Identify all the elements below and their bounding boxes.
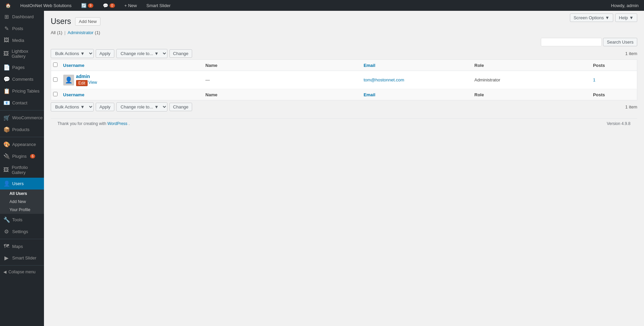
settings-icon: ⚙ bbox=[3, 228, 9, 235]
row-checkbox[interactable] bbox=[53, 77, 58, 82]
screen-options-button[interactable]: Screen Options ▼ bbox=[570, 14, 613, 22]
edit-user-button[interactable]: Edit bbox=[76, 80, 88, 86]
adminbar-new[interactable]: + New bbox=[122, 0, 140, 11]
sidebar-item-label: Maps bbox=[12, 244, 23, 249]
sidebar-item-products[interactable]: 📦 Products bbox=[0, 124, 44, 135]
sidebar-item-tools[interactable]: 🔧 Tools bbox=[0, 214, 44, 226]
sidebar-item-posts[interactable]: ✎ Posts bbox=[0, 23, 44, 34]
sidebar-item-label: Settings bbox=[12, 229, 28, 234]
sidebar-item-maps[interactable]: 🗺 Maps bbox=[0, 241, 44, 252]
username-sort-link[interactable]: Username bbox=[63, 63, 85, 68]
select-all-footer-checkbox[interactable] bbox=[53, 92, 58, 96]
posts-count-link[interactable]: 1 bbox=[593, 77, 595, 82]
change-role-top-select[interactable]: Change role to... ▼ bbox=[116, 49, 167, 58]
lightbox-icon: 🖼 bbox=[3, 51, 9, 57]
table-row: 👤 admin Edit View bbox=[51, 71, 637, 89]
pages-icon: 📄 bbox=[3, 64, 9, 71]
select-all-checkbox[interactable] bbox=[53, 62, 58, 67]
pricing-icon: 📋 bbox=[3, 88, 9, 94]
top-table-controls: Bulk Actions ▼ Apply Change role to... ▼… bbox=[51, 49, 637, 58]
username-sort-footer-link[interactable]: Username bbox=[63, 92, 85, 97]
page-body: Users Add New All (1) | Administrator (1… bbox=[44, 11, 644, 135]
apply-top-button[interactable]: Apply bbox=[96, 49, 114, 58]
sidebar-item-plugins[interactable]: 🔌 Plugins 6 bbox=[0, 150, 44, 162]
collapse-icon: ◀ bbox=[3, 270, 6, 274]
adminbar-howdy[interactable]: Howdy, admin bbox=[608, 0, 641, 11]
collapse-menu-button[interactable]: ◀ Collapse menu bbox=[0, 267, 44, 277]
role-cell: Administrator bbox=[471, 71, 590, 89]
add-new-label: Add New bbox=[9, 199, 26, 204]
email-sort-link[interactable]: Email bbox=[364, 63, 375, 68]
search-input[interactable] bbox=[541, 38, 602, 46]
bulk-actions-top-select[interactable]: Bulk Actions ▼ bbox=[51, 49, 94, 58]
sidebar-item-users[interactable]: 👤 Users bbox=[0, 178, 44, 190]
sidebar-item-settings[interactable]: ⚙ Settings bbox=[0, 226, 44, 237]
email-cell: tom@hostonnet.com bbox=[360, 71, 471, 89]
users-icon: 👤 bbox=[3, 180, 9, 187]
sidebar: ⊞ Dashboard ✎ Posts 🖼 Media 🖼 Lightbox G… bbox=[0, 11, 44, 326]
sidebar-item-label: Media bbox=[12, 38, 24, 43]
col-header-role: Role bbox=[471, 60, 590, 71]
adminbar-site-name[interactable]: HostOnNet Web Solutions bbox=[18, 0, 74, 11]
sidebar-item-label: Users bbox=[12, 181, 24, 186]
posts-icon: ✎ bbox=[3, 25, 9, 32]
col-footer-username[interactable]: Username bbox=[60, 89, 202, 100]
sidebar-item-contact[interactable]: 📧 Contact bbox=[0, 97, 44, 109]
tools-icon: 🔧 bbox=[3, 217, 9, 223]
bottom-table-controls: Bulk Actions ▼ Apply Change role to... ▼… bbox=[51, 102, 637, 111]
sidebar-item-woocommerce[interactable]: 🛒 WooCommerce bbox=[0, 112, 44, 124]
sidebar-item-label: WooCommerce bbox=[12, 115, 43, 120]
adminbar-comments[interactable]: 💬 0 bbox=[100, 0, 118, 11]
bulk-actions-bottom-select[interactable]: Bulk Actions ▼ bbox=[51, 102, 94, 111]
username-cell: 👤 admin Edit View bbox=[60, 71, 202, 89]
sidebar-item-pages[interactable]: 📄 Pages bbox=[0, 61, 44, 73]
filter-area: All (1) | Administrator (1) Search Users bbox=[51, 30, 637, 49]
admin-bar: 🏠 HostOnNet Web Solutions 🔄 9 💬 0 + New … bbox=[0, 0, 644, 11]
submenu-add-new[interactable]: Add New bbox=[0, 198, 44, 206]
products-icon: 📦 bbox=[3, 126, 9, 133]
change-top-button[interactable]: Change bbox=[169, 49, 192, 58]
wordpress-link[interactable]: WordPress bbox=[107, 121, 127, 126]
sidebar-item-pricing-tables[interactable]: 📋 Pricing Tables bbox=[0, 85, 44, 97]
add-new-button[interactable]: Add New bbox=[75, 17, 100, 26]
sidebar-item-media[interactable]: 🖼 Media bbox=[0, 34, 44, 46]
adminbar-smart-slider[interactable]: Smart Slider bbox=[144, 0, 174, 11]
items-count-bottom: 1 item bbox=[625, 104, 637, 109]
sidebar-item-dashboard[interactable]: ⊞ Dashboard bbox=[0, 11, 44, 23]
apply-bottom-button[interactable]: Apply bbox=[96, 103, 114, 111]
submenu-all-users[interactable]: All Users bbox=[0, 190, 44, 198]
change-bottom-button[interactable]: Change bbox=[169, 103, 192, 111]
email-sort-footer-link[interactable]: Email bbox=[364, 92, 375, 97]
appearance-icon: 🎨 bbox=[3, 141, 9, 148]
all-users-label: All Users bbox=[9, 191, 27, 196]
col-header-email[interactable]: Email bbox=[360, 60, 471, 71]
col-header-username[interactable]: Username bbox=[60, 60, 202, 71]
sidebar-item-appearance[interactable]: 🎨 Appearance bbox=[0, 139, 44, 150]
page-title: Users bbox=[51, 17, 71, 26]
sidebar-item-comments[interactable]: 💬 Comments bbox=[0, 73, 44, 85]
submenu-your-profile[interactable]: Your Profile bbox=[0, 206, 44, 214]
col-footer-email[interactable]: Email bbox=[360, 89, 471, 100]
posts-cell: 1 bbox=[590, 71, 637, 89]
filter-all[interactable]: All bbox=[51, 30, 55, 35]
col-footer-name: Name bbox=[202, 89, 360, 100]
adminbar-wp-icon[interactable]: 🏠 bbox=[3, 0, 14, 11]
help-button[interactable]: Help ▼ bbox=[615, 14, 637, 22]
username-link[interactable]: admin bbox=[76, 74, 90, 79]
search-users-button[interactable]: Search Users bbox=[603, 38, 637, 46]
email-link[interactable]: tom@hostonnet.com bbox=[364, 77, 404, 82]
sidebar-item-label: Pages bbox=[12, 65, 25, 70]
sidebar-item-label: Pricing Tables bbox=[12, 89, 40, 94]
sidebar-item-label: Dashboard bbox=[12, 14, 34, 19]
sidebar-item-lightbox-gallery[interactable]: 🖼 Lightbox Gallery bbox=[0, 46, 44, 61]
sidebar-item-label: Tools bbox=[12, 217, 22, 222]
sidebar-item-label: Products bbox=[12, 127, 29, 132]
sidebar-item-label: Appearance bbox=[12, 142, 36, 147]
filter-administrator[interactable]: Administrator bbox=[68, 30, 94, 35]
comments-icon: 💬 bbox=[103, 3, 108, 8]
view-user-link[interactable]: View bbox=[88, 80, 97, 86]
sidebar-item-smart-slider[interactable]: ▶ Smart Slider bbox=[0, 252, 44, 264]
change-role-bottom-select[interactable]: Change role to... ▼ bbox=[116, 102, 167, 111]
adminbar-updates[interactable]: 🔄 9 bbox=[78, 0, 96, 11]
sidebar-item-portfolio-gallery[interactable]: 🖼 Portfolio Gallery bbox=[0, 162, 44, 178]
